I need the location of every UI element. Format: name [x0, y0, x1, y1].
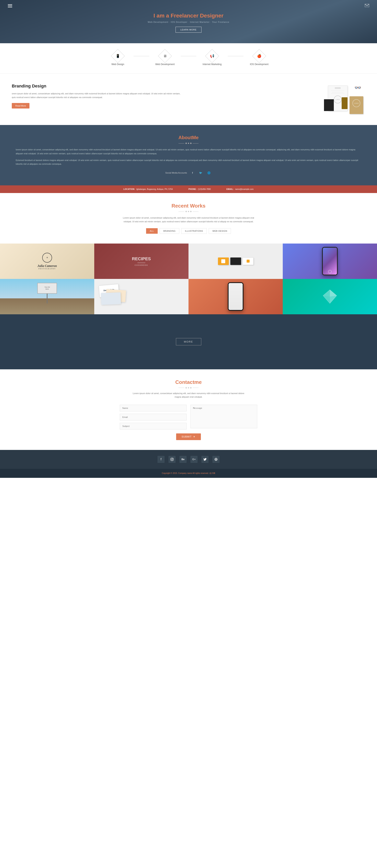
- dark-card-mockup: [324, 99, 334, 111]
- email-info: EMAIL: name@example.com: [227, 188, 253, 190]
- email-label: EMAIL:: [227, 188, 234, 190]
- submit-button[interactable]: SUBMIT ✈: [176, 433, 201, 440]
- services-section: 📱 Web Design 🖥 Web Development 📢 Interne…: [0, 43, 377, 74]
- contact-form-left: [120, 405, 186, 430]
- message-textarea[interactable]: [191, 405, 257, 428]
- contact-form-right: [191, 405, 257, 430]
- facebook-icon[interactable]: f: [190, 170, 195, 176]
- branding-text: Branding Design orem ipsum dolor sit ame…: [12, 84, 184, 108]
- location-value: Igbalangas, Bugasong, Antique, PH, 5704: [136, 188, 173, 190]
- portfolio-item-4[interactable]: [283, 244, 377, 279]
- filter-branding-button[interactable]: BRANDING: [160, 228, 179, 234]
- about-section: AboutMe lorem ipsum dolor sit amet, cons…: [0, 125, 377, 185]
- julia-name: Julia Cameron: [37, 264, 57, 268]
- julia-circle: ✿: [42, 253, 52, 262]
- recent-works-description: Lorem ipsum dolor sit amet, consectetuer…: [120, 216, 257, 223]
- service-label-internet-marketing: Internet Marketing: [203, 63, 222, 66]
- dark-card: [230, 257, 241, 265]
- orange-card: [218, 257, 229, 265]
- portfolio-item-7[interactable]: [188, 279, 283, 314]
- about-divider: [16, 143, 361, 144]
- service-label-ios-development: IOS Development: [250, 63, 269, 66]
- internet-marketing-icon: 📢: [205, 49, 219, 63]
- svg-point-11: [173, 458, 173, 459]
- footer-instagram-icon[interactable]: [169, 456, 176, 463]
- about-paragraph-2: Ezismod tincidunt ut laoreet dolore magn…: [16, 158, 361, 166]
- name-input[interactable]: [120, 405, 186, 411]
- portfolio-item-2[interactable]: RECIPES COOKBOOK: [94, 244, 188, 279]
- service-web-design: 📱 Web Design: [102, 51, 134, 66]
- contact-description: Lorem ipsum dolor sit amet, consectetuer…: [130, 392, 247, 399]
- svg-rect-2: [8, 7, 12, 7]
- stamp-mockup: [342, 97, 347, 109]
- filter-all-button[interactable]: ALL: [146, 228, 158, 234]
- service-web-development: 🖥 Web Development: [149, 51, 181, 66]
- brand-link[interactable]: 名片网: [209, 472, 215, 474]
- phone-label: PHONE:: [188, 188, 197, 190]
- about-paragraph-1: lorem ipsum dolor sit amet, consectetuer…: [16, 148, 361, 156]
- svg-marker-6: [323, 290, 330, 297]
- branding-description: orem ipsum dolor sit amet, consectetuer …: [12, 92, 184, 99]
- svg-marker-7: [323, 296, 330, 304]
- phone-mockup-2: [228, 282, 243, 311]
- footer-globe-icon[interactable]: [212, 456, 219, 463]
- globe-icon[interactable]: 🌐: [206, 170, 212, 176]
- submit-area: SUBMIT ✈: [16, 433, 361, 440]
- contact-title: Contactme: [16, 379, 361, 385]
- recipes-text: RECIPES COOKBOOK: [132, 256, 151, 266]
- email-input[interactable]: [120, 414, 186, 421]
- branding-image-area: 👓 LOGO LOGO: [193, 84, 365, 115]
- portfolio-item-8[interactable]: [283, 279, 377, 314]
- footer-social: f Be G+: [0, 450, 377, 469]
- more-button[interactable]: More: [176, 338, 201, 345]
- hero-section: I am a Freelancer Designer Web Developme…: [0, 0, 377, 43]
- recent-works-title: Recent Works: [12, 203, 365, 209]
- footer-facebook-icon[interactable]: f: [158, 456, 165, 463]
- billboard-board: Your AdHere: [37, 283, 57, 294]
- social-label: Social Media Accounts: [165, 172, 187, 174]
- contact-form: [120, 405, 257, 430]
- diamond-icon: [322, 289, 338, 305]
- footer-twitter-icon[interactable]: [201, 456, 209, 463]
- portfolio-item-1[interactable]: ✿ Julia Cameron Photography: [0, 244, 94, 279]
- web-design-icon: 📱: [111, 49, 125, 63]
- portfolio-item-5[interactable]: Your AdHere: [0, 279, 94, 314]
- notebook-mockup: LOGO: [349, 96, 363, 114]
- service-label-web-development: Web Development: [155, 63, 175, 66]
- branding-mockup: 👓 LOGO LOGO: [322, 84, 365, 115]
- subject-input[interactable]: [120, 423, 186, 430]
- email-value: name@example.com: [235, 188, 254, 190]
- filter-buttons: ALL BRANDING ILLUSTRATIONS WEB DESIGN: [12, 228, 365, 234]
- svg-point-10: [171, 459, 173, 460]
- contact-divider: [16, 387, 361, 389]
- hero-title: I am a Freelancer Designer: [153, 12, 224, 19]
- works-divider: [12, 211, 365, 212]
- footer-bottom: Copyright © 2015. Company name All right…: [0, 469, 377, 478]
- hero-subtitle: Web Development · IOS Developer · Intern…: [148, 21, 229, 23]
- filter-web-design-button[interactable]: WEB DESIGN: [209, 228, 231, 234]
- recent-works-section: Recent Works Lorem ipsum dolor sit amet,…: [0, 193, 377, 243]
- learn-more-button[interactable]: LEARN MORE: [176, 27, 202, 33]
- footer-googleplus-icon[interactable]: G+: [191, 456, 198, 463]
- contact-section: Contactme Lorem ipsum dolor sit amet, co…: [0, 369, 377, 450]
- phone-mockup-1: [283, 244, 377, 279]
- twitter-icon[interactable]: 🐦: [198, 170, 203, 176]
- hamburger-menu[interactable]: [8, 4, 12, 8]
- service-label-web-design: Web Design: [111, 63, 124, 66]
- portfolio-item-6[interactable]: DesignCafe: [94, 279, 188, 314]
- read-more-button[interactable]: Read More: [12, 103, 30, 108]
- portfolio-item-3[interactable]: [188, 244, 283, 279]
- mail-icon[interactable]: [365, 4, 369, 8]
- svg-marker-5: [330, 290, 337, 297]
- service-internet-marketing: 📢 Internet Marketing: [196, 51, 228, 66]
- branding-section: Branding Design orem ipsum dolor sit ame…: [0, 74, 377, 125]
- footer-behance-icon[interactable]: Be: [179, 456, 186, 463]
- service-ios-development: 🍎 IOS Development: [243, 51, 275, 66]
- svg-rect-0: [8, 4, 12, 5]
- about-title: AboutMe: [16, 135, 361, 140]
- glasses-decoration: 👓: [354, 85, 361, 91]
- filter-illustrations-button[interactable]: ILLUSTRATIONS: [181, 228, 207, 234]
- location-info: LOCATION: Igbalangas, Bugasong, Antique,…: [124, 188, 173, 190]
- svg-marker-8: [330, 296, 337, 304]
- ios-development-icon: 🍎: [252, 49, 266, 63]
